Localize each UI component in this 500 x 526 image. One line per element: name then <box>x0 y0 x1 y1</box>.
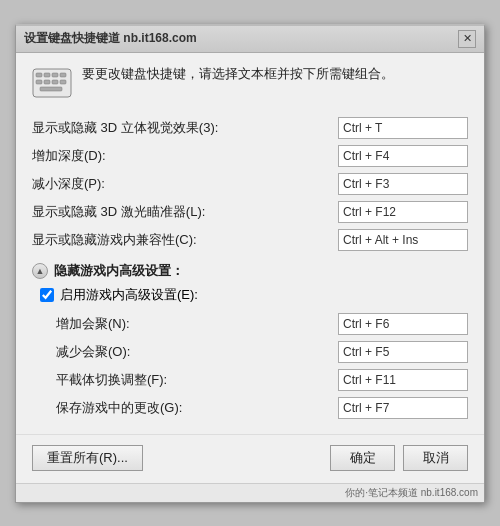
svg-rect-5 <box>36 80 42 84</box>
svg-rect-7 <box>52 80 58 84</box>
shortcuts-section: 显示或隐藏 3D 立体视觉效果(3): 增加深度(D): 减小深度(P): 显示… <box>32 114 468 254</box>
svg-rect-6 <box>44 80 50 84</box>
svg-rect-3 <box>52 73 58 77</box>
shortcut-label: 显示或隐藏 3D 激光瞄准器(L): <box>32 203 205 221</box>
advanced-shortcut-row: 减少会聚(O): <box>56 338 468 366</box>
checkbox-row: 启用游戏内高级设置(E): <box>40 286 468 304</box>
advanced-shortcut-label: 增加会聚(N): <box>56 315 130 333</box>
dialog-content: 要更改键盘快捷键，请选择文本框并按下所需键组合。 显示或隐藏 3D 立体视觉效果… <box>16 53 484 434</box>
section-divider: ▲ 隐藏游戏内高级设置： <box>32 262 468 280</box>
keyboard-icon <box>32 65 72 100</box>
shortcut-row: 显示或隐藏 3D 激光瞄准器(L): <box>32 198 468 226</box>
advanced-shortcut-row: 平截体切换调整(F): <box>56 366 468 394</box>
shortcut-input[interactable] <box>338 229 468 251</box>
shortcut-label: 增加深度(D): <box>32 147 106 165</box>
advanced-shortcut-row: 增加会聚(N): <box>56 310 468 338</box>
shortcuts-list: 显示或隐藏 3D 立体视觉效果(3): 增加深度(D): 减小深度(P): 显示… <box>32 114 468 254</box>
advanced-shortcut-input[interactable] <box>338 313 468 335</box>
shortcut-row: 增加深度(D): <box>32 142 468 170</box>
collapse-button[interactable]: ▲ <box>32 263 48 279</box>
shortcut-input[interactable] <box>338 145 468 167</box>
ok-button[interactable]: 确定 <box>330 445 395 471</box>
shortcut-row: 显示或隐藏游戏内兼容性(C): <box>32 226 468 254</box>
svg-rect-4 <box>60 73 66 77</box>
dialog-window: 设置键盘快捷键道 nb.it168.com ✕ 要更改键盘快捷键，请选择 <box>15 24 485 503</box>
right-buttons: 确定 取消 <box>330 445 468 471</box>
dialog-title: 设置键盘快捷键道 nb.it168.com <box>24 30 197 47</box>
cancel-button[interactable]: 取消 <box>403 445 468 471</box>
watermark-text: 你的·笔记本频道 nb.it168.com <box>345 487 478 498</box>
section-title: 隐藏游戏内高级设置： <box>54 262 184 280</box>
advanced-section: 启用游戏内高级设置(E): 增加会聚(N): 减少会聚(O): 平截体切换调整(… <box>36 286 468 422</box>
advanced-shortcut-label: 减少会聚(O): <box>56 343 130 361</box>
advanced-shortcut-label: 保存游戏中的更改(G): <box>56 399 182 417</box>
shortcut-input[interactable] <box>338 117 468 139</box>
advanced-shortcuts-list: 增加会聚(N): 减少会聚(O): 平截体切换调整(F): 保存游戏中的更改(G… <box>56 310 468 422</box>
reset-button[interactable]: 重置所有(R)... <box>32 445 143 471</box>
svg-rect-8 <box>60 80 66 84</box>
shortcut-label: 减小深度(P): <box>32 175 105 193</box>
shortcut-row: 减小深度(P): <box>32 170 468 198</box>
shortcut-label: 显示或隐藏 3D 立体视觉效果(3): <box>32 119 218 137</box>
svg-rect-1 <box>36 73 42 77</box>
shortcut-input[interactable] <box>338 173 468 195</box>
instruction-text: 要更改键盘快捷键，请选择文本框并按下所需键组合。 <box>82 65 394 83</box>
advanced-shortcut-input[interactable] <box>338 369 468 391</box>
advanced-shortcut-row: 保存游戏中的更改(G): <box>56 394 468 422</box>
shortcut-label: 显示或隐藏游戏内兼容性(C): <box>32 231 197 249</box>
watermark-bar: 你的·笔记本频道 nb.it168.com <box>16 483 484 502</box>
advanced-shortcut-input[interactable] <box>338 397 468 419</box>
enable-advanced-checkbox[interactable] <box>40 288 54 302</box>
close-button[interactable]: ✕ <box>458 30 476 48</box>
svg-rect-9 <box>40 87 62 91</box>
shortcut-row: 显示或隐藏 3D 立体视觉效果(3): <box>32 114 468 142</box>
advanced-shortcut-input[interactable] <box>338 341 468 363</box>
shortcut-input[interactable] <box>338 201 468 223</box>
checkbox-label: 启用游戏内高级设置(E): <box>60 286 198 304</box>
svg-rect-2 <box>44 73 50 77</box>
top-section: 要更改键盘快捷键，请选择文本框并按下所需键组合。 <box>32 65 468 100</box>
bottom-buttons: 重置所有(R)... 确定 取消 <box>16 434 484 483</box>
advanced-shortcut-label: 平截体切换调整(F): <box>56 371 167 389</box>
title-bar: 设置键盘快捷键道 nb.it168.com ✕ <box>16 26 484 53</box>
